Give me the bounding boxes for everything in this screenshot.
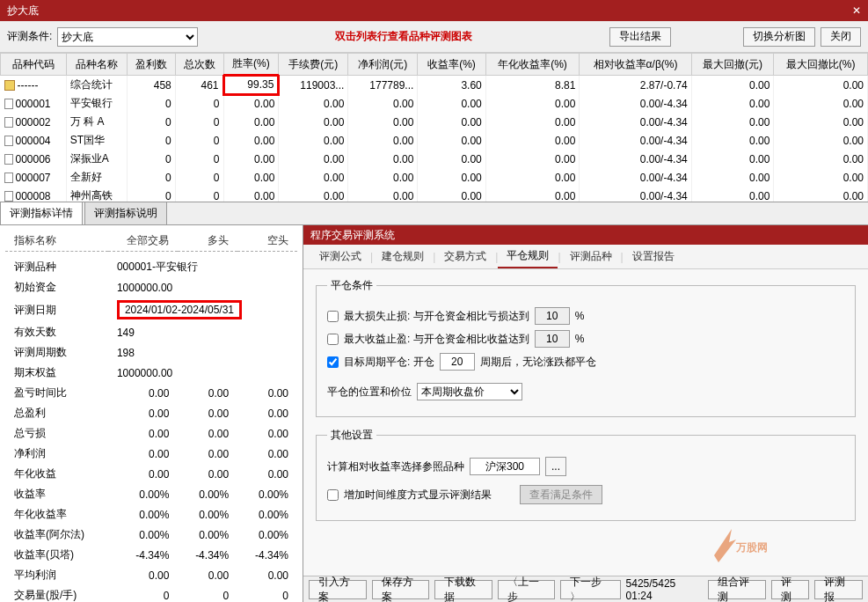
sub-title: 程序交易评测系统 (303, 225, 868, 245)
max-loss-checkbox[interactable] (327, 311, 339, 322)
tloss-label: 总亏损 (5, 423, 108, 444)
tab-explain[interactable]: 评测指标说明 (84, 202, 167, 224)
close-button[interactable]: 关闭 (821, 27, 861, 47)
avgp-label: 平均利润 (5, 565, 108, 585)
folder-icon (4, 80, 15, 91)
table-row[interactable]: 000007全新好000.000.000.000.000.000.00/-4.3… (1, 168, 868, 187)
sub-tab[interactable]: 评测公式 (310, 246, 370, 268)
document-icon (4, 154, 13, 165)
col-header[interactable]: 年化收益率(%) (485, 54, 580, 76)
other-settings-fieldset: 其他设置 计算相对收益率选择参照品种 ... 增加时间维度方式显示评测结果 查看… (316, 428, 856, 521)
date-value: 2024/01/02-2024/05/31 (108, 297, 297, 322)
close-pos-label: 平仓的位置和价位 (327, 385, 412, 400)
netp-label: 净利润 (5, 444, 108, 464)
document-icon (4, 117, 13, 128)
next-button[interactable]: 下一步 〉 (560, 580, 621, 599)
download-button[interactable]: 下载数据 (434, 580, 492, 599)
single-eval-button[interactable]: 评测 (771, 580, 810, 599)
max-profit-input[interactable] (535, 330, 570, 348)
endeq-value: 1000000.00 (108, 363, 297, 383)
vol-label: 交易量(股/手) (5, 585, 108, 602)
progress-status: 5425/5425 01:24 (626, 577, 698, 602)
document-icon (4, 136, 13, 146)
view-cond-button[interactable]: 查看满足条件 (520, 485, 602, 504)
col-header[interactable]: 品种名称 (66, 54, 127, 76)
save-button[interactable]: 保存方案 (372, 580, 430, 599)
days-label: 有效天数 (5, 322, 108, 342)
annr-label: 年化收益率 (5, 504, 108, 525)
metrics-head-long: 多头 (178, 231, 237, 252)
sub-tab[interactable]: 建仓规则 (373, 246, 433, 268)
sub-tabs: 评测公式|建仓规则|交易方式|平仓规则|评测品种|设置报告 (303, 245, 868, 269)
target-cycle-input[interactable] (440, 353, 475, 371)
prev-button[interactable]: 〈上一步 (498, 580, 556, 599)
sub-tab[interactable]: 评测品种 (561, 246, 621, 268)
bottom-bar: 引入方案 保存方案 下载数据 〈上一步 下一步 〉 5425/5425 01:2… (303, 576, 868, 602)
window-title: 抄大底 (7, 4, 39, 18)
col-header[interactable]: 最大回撤比(%) (774, 54, 868, 76)
col-header[interactable]: 胜率(%) (223, 54, 279, 76)
document-icon (4, 173, 13, 183)
window-close-icon[interactable]: ✕ (852, 4, 861, 17)
sub-tab[interactable]: 设置报告 (624, 246, 683, 268)
col-header[interactable]: 总次数 (175, 54, 223, 76)
results-grid[interactable]: 品种代码品种名称盈利数总次数胜率(%)手续费(元)净利润(元)收益率(%)年化收… (0, 53, 868, 202)
max-loss-input[interactable] (535, 307, 570, 325)
col-header[interactable]: 相对收益率α/β(%) (580, 54, 691, 76)
table-row[interactable]: 000008神州高铁000.000.000.000.000.000.00/-4.… (1, 187, 868, 202)
cycles-value: 198 (108, 342, 297, 363)
table-row[interactable]: 000002万 科 A000.000.000.000.000.000.00/-4… (1, 113, 868, 131)
endeq-label: 期末权益 (5, 363, 108, 383)
metrics-head-name: 指标名称 (5, 231, 108, 252)
close-conditions-fieldset: 平仓条件 最大损失止损: 与开仓资金相比亏损达到 % 最大收益止盈: 与开仓资金… (316, 278, 856, 417)
metrics-panel: 指标名称 全部交易 多头 空头 评测品种000001-平安银行 初始资金1000… (0, 225, 303, 602)
ref-input[interactable] (470, 458, 540, 475)
alpha-label: 收益率(阿尔法) (5, 525, 108, 545)
col-header[interactable]: 品种代码 (1, 54, 67, 76)
tab-detail[interactable]: 评测指标详情 (0, 202, 83, 224)
fs1-legend: 平仓条件 (327, 278, 376, 293)
target-cycle-checkbox[interactable] (327, 356, 339, 368)
col-header[interactable]: 收益率(%) (418, 54, 485, 76)
metrics-head-all: 全部交易 (108, 231, 178, 252)
settings-panel: 程序交易评测系统 评测公式|建仓规则|交易方式|平仓规则|评测品种|设置报告 平… (303, 225, 868, 602)
window-title-bar: 抄大底 ✕ (0, 0, 868, 21)
col-header[interactable]: 盈利数 (128, 54, 176, 76)
col-header[interactable]: 最大回撤(元) (691, 54, 774, 76)
plratio-label: 盈亏时间比 (5, 383, 108, 403)
max-profit-checkbox[interactable] (327, 334, 339, 345)
col-header[interactable]: 手续费(元) (279, 54, 348, 76)
days-value: 149 (108, 322, 297, 342)
import-button[interactable]: 引入方案 (309, 580, 367, 599)
date-label: 评测日期 (5, 297, 108, 322)
combo-eval-button[interactable]: 组合评测 (708, 580, 766, 599)
table-row[interactable]: 000001平安银行000.000.000.000.000.000.00/-4.… (1, 94, 868, 113)
document-icon (4, 191, 13, 202)
export-button[interactable]: 导出结果 (609, 27, 671, 47)
annp-label: 年化收益 (5, 464, 108, 484)
ref-label: 计算相对收益率选择参照品种 (327, 459, 464, 474)
report-button[interactable]: 评测报 (814, 580, 863, 599)
time-dim-label: 增加时间维度方式显示评测结果 (344, 488, 492, 503)
fs2-legend: 其他设置 (327, 428, 376, 443)
switch-analysis-button[interactable]: 切换分析图 (743, 27, 815, 47)
product-value: 000001-平安银行 (108, 257, 297, 277)
table-row[interactable]: ------综合统计45846199.35119003...177789...3… (1, 76, 868, 95)
product-label: 评测品种 (5, 257, 108, 277)
metrics-head-short: 空头 (237, 231, 297, 252)
table-row[interactable]: 000004ST国华000.000.000.000.000.000.00/-4.… (1, 131, 868, 150)
col-header[interactable]: 净利润(元) (348, 54, 418, 76)
target-cycle-label: 目标周期平仓: 开仓 (344, 355, 434, 370)
document-icon (4, 99, 13, 109)
retr-label: 收益率 (5, 484, 108, 504)
cond-select[interactable]: 抄大底 (57, 27, 198, 47)
sub-tab[interactable]: 交易方式 (435, 246, 495, 268)
tprofit-label: 总盈利 (5, 403, 108, 423)
close-pos-select[interactable]: 本周期收盘价 (417, 383, 522, 400)
ref-browse-button[interactable]: ... (545, 457, 566, 476)
time-dim-checkbox[interactable] (327, 489, 339, 501)
cond-label: 评测条件: (7, 29, 52, 44)
table-row[interactable]: 000006深振业A000.000.000.000.000.000.00/-4.… (1, 150, 868, 168)
initfund-value: 1000000.00 (108, 277, 297, 297)
sub-tab[interactable]: 平仓规则 (498, 245, 558, 268)
